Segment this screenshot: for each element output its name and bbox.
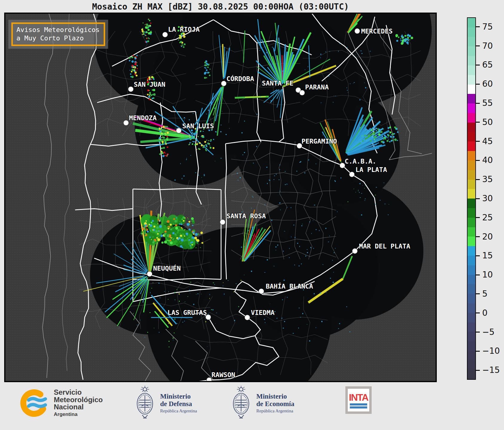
radar-speckle: [339, 43, 340, 44]
radar-echo-cell: [143, 32, 145, 34]
radar-echo-cell: [197, 142, 198, 143]
radar-speckle: [308, 41, 309, 42]
colorbar-tick: [476, 45, 480, 46]
radar-echo-cell: [131, 76, 134, 78]
radar-echo-cell: [147, 231, 149, 233]
radar-echo-cell: [206, 69, 208, 71]
radar-echo-cell: [131, 65, 133, 67]
colorbar-segment: [468, 170, 475, 180]
colorbar-tick: [476, 312, 480, 313]
radar-echo-cell: [147, 78, 149, 80]
radar-speckle: [269, 180, 270, 181]
radar-speckle: [359, 99, 360, 100]
inta-label: INTA: [349, 393, 368, 402]
radar-speckle: [237, 173, 238, 174]
radar-speckle: [364, 188, 364, 189]
radar-speckle: [339, 323, 340, 324]
radar-speckle: [272, 47, 273, 48]
inta-logo: INTA: [345, 386, 372, 414]
colorbar-segment: [468, 75, 475, 85]
radar-speckle: [335, 248, 336, 249]
radar-echo-cell: [373, 133, 375, 135]
radar-speckle: [204, 175, 205, 176]
radar-speckle: [264, 272, 265, 273]
radar-echo-cell: [402, 42, 403, 44]
radar-speckle: [223, 282, 223, 283]
radar-speckle: [330, 51, 330, 52]
radar-speckle: [241, 132, 243, 133]
radar-speckle: [205, 321, 206, 322]
radar-speckle: [222, 111, 222, 112]
radar-echo-cell: [181, 222, 181, 223]
radar-echo-cell: [159, 225, 162, 228]
radar-speckle: [346, 307, 347, 307]
warning-banner[interactable]: Avisos Meteorológicos a Muy Corto Plazo: [8, 20, 108, 49]
radar-speckle: [240, 177, 241, 178]
radar-speckle: [374, 197, 374, 198]
colorbar-segment: [468, 94, 475, 103]
radar-echo-cell: [376, 130, 377, 132]
radar-echo-cell: [374, 139, 375, 140]
radar-echo-cell: [403, 39, 404, 40]
radar-speckle: [284, 321, 285, 322]
radar-echo-cell: [181, 33, 183, 35]
radar-speckle: [257, 114, 257, 115]
radar-speckle: [305, 70, 305, 70]
radar-speckle: [285, 184, 286, 185]
radar-echo-cell: [191, 221, 192, 222]
radar-echo-cell: [397, 140, 398, 141]
radar-speckle: [244, 152, 245, 153]
radar-speckle: [174, 179, 175, 181]
radar-echo-cell: [408, 40, 409, 41]
radar-echo-cell: [157, 233, 159, 234]
radar-echo-cell: [167, 139, 168, 141]
city-dot: [123, 120, 129, 126]
radar-echo-cell: [170, 224, 172, 226]
radar-echo-cell: [405, 35, 406, 37]
radar-speckle: [168, 322, 169, 323]
radar-speckle: [211, 309, 212, 310]
radar-echo-cell: [197, 239, 199, 242]
radar-speckle: [284, 280, 285, 280]
coat-of-arms-icon: [133, 385, 157, 421]
radar-echo-cell: [163, 152, 165, 153]
radar-echo-cell: [183, 220, 185, 222]
defensa-line1: Ministerio: [160, 393, 197, 400]
radar-echo-cell: [165, 142, 166, 144]
radar-echo-cell: [397, 131, 399, 133]
radar-echo-cell: [209, 69, 210, 70]
radar-echo-cell: [367, 129, 368, 131]
radar-echo-cell: [201, 136, 203, 138]
city-label: LAS GRUTAS: [167, 309, 207, 316]
radar-speckle: [206, 114, 207, 114]
radar-echo-cell: [178, 239, 178, 239]
radar-echo-cell: [145, 24, 145, 25]
radar-speckle: [253, 197, 254, 197]
radar-echo-cell: [196, 242, 198, 244]
radar-speckle: [285, 72, 285, 73]
city-dot: [163, 32, 168, 37]
radar-echo-cell: [150, 22, 151, 24]
radar-speckle: [234, 320, 235, 321]
ministerio-economia-logo: Ministerio de Economía República Argenti…: [229, 385, 294, 421]
radar-echo-cell: [196, 143, 198, 145]
radar-speckle: [209, 298, 210, 299]
radar-echo-cell: [387, 134, 388, 135]
radar-map-canvas: MERCEDESLA RIOJACÓRDOBASAN JUANSANTA FEP…: [5, 13, 436, 382]
radar-speckle: [185, 301, 185, 302]
radar-speckle: [333, 96, 334, 96]
radar-echo-cell: [402, 34, 402, 35]
radar-speckle: [302, 313, 303, 314]
radar-echo-cell: [152, 229, 154, 231]
radar-echo-cell: [141, 235, 142, 236]
city-label: NEUQUÉN: [153, 265, 181, 272]
radar-speckle: [151, 288, 152, 289]
radar-echo-cell: [150, 25, 151, 26]
radar-echo-cell: [409, 39, 410, 40]
colorbar-tick: [476, 370, 480, 371]
colorbar-tick-label: 25: [482, 214, 493, 222]
city-label: PARANA: [305, 83, 329, 91]
radar-echo-cell: [173, 223, 174, 224]
city-dot: [147, 271, 152, 277]
colorbar-tick: [476, 122, 480, 123]
